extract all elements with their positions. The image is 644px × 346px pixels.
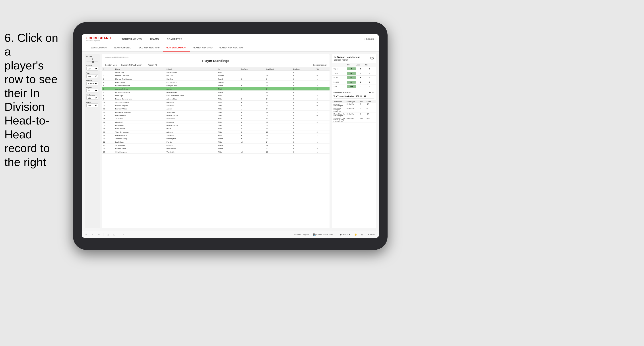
table-row[interactable]: 6 Jackson Koivun Auburn First 1 24 8 2 xyxy=(102,87,330,91)
cell-reg: 4 xyxy=(240,127,265,131)
cell-win: 2 xyxy=(315,134,330,137)
t-score: -17 xyxy=(366,113,374,116)
table-row[interactable]: 24 Bastien Amat New Mexico Fourth 1 27 8… xyxy=(102,147,330,150)
year-select[interactable]: (All) xyxy=(86,74,98,78)
share-label: Share xyxy=(370,233,375,236)
table-row[interactable]: 4 Luke Claton Florida State Second 1 27 … xyxy=(102,81,330,84)
table-row[interactable]: 15 Jake Hall Tennessee Fifth 3 24 8 1 xyxy=(102,117,330,121)
h2h-title-area: In Division Head-to-Head Jackson Koivun xyxy=(334,56,360,61)
nav-committee[interactable]: COMMITTEE xyxy=(163,34,186,44)
cell-yr: Third xyxy=(217,107,240,111)
division-select[interactable]: NCAA Division I xyxy=(86,82,98,85)
table-row[interactable]: 20 Matthew Riedel Vanderbilt Fifth 6 20 … xyxy=(102,134,330,137)
table-row[interactable]: 10 Jacob Mou-Diwan Arkansas Fifth 4 23 8… xyxy=(102,101,330,104)
cell-conf: 27 xyxy=(265,81,292,84)
h2h-tie-col-label: Tie xyxy=(365,64,374,66)
table-row[interactable]: 11 Gordon Sargent Vanderbilt Third 4 21 … xyxy=(102,104,330,107)
cell-reg: 10 xyxy=(240,140,265,144)
cell-num: 1 xyxy=(102,71,114,74)
tab-team-h2h-grid[interactable]: TEAM H2H GRID xyxy=(111,44,134,51)
cell-num: 4 xyxy=(102,81,114,84)
redo-btn[interactable]: ↩ xyxy=(90,233,95,236)
cell-reg: 1 xyxy=(240,87,265,91)
table-row[interactable]: 16 Alex Goff Kentucky Fifth 8 19 8 0 xyxy=(102,121,330,124)
table-row[interactable]: 9 Preston Summerhays Arizona State Third… xyxy=(102,97,330,101)
table-row[interactable]: 12 Brendan Valles Auburn Third 1 24 8 1 xyxy=(102,107,330,111)
cell-win: 1 xyxy=(315,107,330,111)
sub-nav: TEAM SUMMARY TEAM H2H GRID TEAM H2H HEAT… xyxy=(82,44,379,51)
table-row[interactable]: 14 Maxwell Ford North Carolina Third 3 2… xyxy=(102,114,330,117)
cell-num: 18 xyxy=(102,127,114,131)
tab-player-summary[interactable]: PLAYER SUMMARY xyxy=(163,44,190,51)
cell-yr: First xyxy=(217,71,240,74)
cell-win: 2 xyxy=(315,131,330,134)
paste-btn[interactable]: ⬚ xyxy=(112,233,117,236)
cell-yr: Fifth xyxy=(217,121,240,124)
cell-player: Mats Ege xyxy=(114,94,165,97)
tab-team-h2h-heatmap[interactable]: TEAM H2H HEATMAP xyxy=(134,44,163,51)
view-original-btn[interactable]: 👁 View: Original xyxy=(292,233,310,236)
h2h-loss-value: 4 xyxy=(356,76,365,79)
cell-school: Texas A&M xyxy=(165,111,217,114)
table-row[interactable]: 21 Taehoon Song Washington Fourth 9 22 8… xyxy=(102,137,330,140)
table-row[interactable]: 7 Nicholas Gabrelcik North Florida Fourt… xyxy=(102,91,330,94)
h2h-rank-col-label xyxy=(334,64,347,66)
close-button[interactable]: ✕ xyxy=(370,56,374,59)
table-row[interactable]: 8 Mats Ege East Tennessee State Fifth 1 … xyxy=(102,94,330,97)
share-btn[interactable]: ↗ Share xyxy=(366,233,376,236)
table-row[interactable]: 22 Ian Gilligan Florida Third 10 24 8 1 xyxy=(102,140,330,144)
table-row[interactable]: 13 Phichaksn Maichon Texas A&M Third 6 3… xyxy=(102,111,330,114)
nav-teams[interactable]: TEAMS xyxy=(146,34,163,44)
h2h-rank-label: Top 10 xyxy=(334,68,347,70)
t-pos: 2 xyxy=(360,113,366,116)
nav-tournaments[interactable]: TOURNAMENTS xyxy=(118,34,146,44)
cell-school: Arkansas xyxy=(165,101,217,104)
table-row[interactable]: 5 Christo Lamprecht Georgia Tech Fourth … xyxy=(102,84,330,87)
refresh-btn[interactable]: ↻ xyxy=(121,233,126,236)
h2h-wlt: W-L-T record in-division: 674 - 33 - 12 xyxy=(332,95,376,98)
grid-btn[interactable]: ⊞ xyxy=(360,233,364,236)
table-row[interactable]: 17 David Ford North Carolina Third 4 21 … xyxy=(102,124,330,127)
table-row[interactable]: 2 Michael La Sasso Ole Miss Second 1 19 … xyxy=(102,74,330,77)
tab-player-h2h-grid[interactable]: PLAYER H2H GRID xyxy=(190,44,216,51)
cell-school: Auburn xyxy=(165,107,217,111)
division-filter: Division NCAA Division I xyxy=(86,80,98,85)
save-custom-btn[interactable]: 💾 Save Custom View xyxy=(312,233,334,236)
cell-num: 24 xyxy=(102,147,114,150)
cell-rds: 8 xyxy=(292,84,315,87)
table-row[interactable]: 19 Tiger Christensen Arizona Third 8 23 … xyxy=(102,131,330,134)
player-select[interactable]: (All) xyxy=(86,103,98,107)
cell-conf: 23 xyxy=(265,101,292,104)
tab-player-h2h-heatmap[interactable]: PLAYER H2H HEATMAP xyxy=(216,44,247,51)
cell-reg: 3 xyxy=(240,97,265,101)
cell-reg: 2 xyxy=(240,77,265,81)
redo2-btn[interactable]: ↪ xyxy=(96,233,101,236)
t-col-type: Event Type xyxy=(346,101,360,102)
table-row[interactable]: 25 Cole Sherwood Vanderbilt Third 12 23 … xyxy=(102,150,330,154)
region-select[interactable]: N/A xyxy=(86,89,98,92)
cell-player: Jake Hall xyxy=(114,117,165,121)
table-row[interactable]: 23 Jack Lundin Missouri Fourth 11 24 8 1 xyxy=(102,144,330,147)
cell-player: Preston Summerhays xyxy=(114,97,165,101)
cell-reg: 4 xyxy=(240,101,265,104)
cell-player: Michael La Sasso xyxy=(114,74,165,77)
tab-team-summary[interactable]: TEAM SUMMARY xyxy=(86,44,111,51)
undo-btn[interactable]: ↩ xyxy=(84,233,88,236)
table-row[interactable]: 1 Wenyi Ding Arizona State First 1 1 8 1 xyxy=(102,71,330,74)
table-row[interactable]: 3 Michael Thorbjornsen Stanford Fourth 2… xyxy=(102,77,330,81)
watch-btn[interactable]: ▶ Watch ▾ xyxy=(339,233,351,236)
copy-btn[interactable]: ⬚ xyxy=(106,233,110,236)
no-rds-slider[interactable] xyxy=(86,61,98,62)
cell-school: New Mexico xyxy=(165,147,217,150)
no-rds-value: 6 xyxy=(86,58,98,60)
cell-num: 2 xyxy=(102,74,114,77)
h2h-win-value: 22 xyxy=(347,76,356,79)
table-row[interactable]: 18 Luke Powell UCLA First 4 24 8 1 xyxy=(102,127,330,131)
sign-out[interactable]: › Sign out xyxy=(364,38,374,40)
thumb-up-btn[interactable]: 👍 xyxy=(353,233,358,236)
cell-player: Wenyi Ding xyxy=(114,71,165,74)
cell-conf: 24 xyxy=(265,97,292,101)
gender-select[interactable]: Men xyxy=(86,67,98,71)
player-filter: Player (All) xyxy=(86,102,98,107)
conference-select[interactable]: (All) xyxy=(86,96,98,100)
